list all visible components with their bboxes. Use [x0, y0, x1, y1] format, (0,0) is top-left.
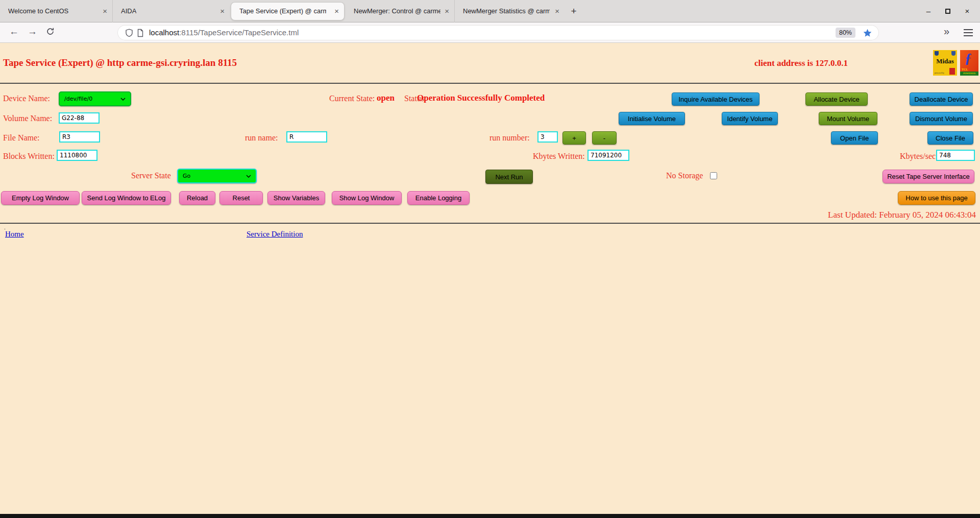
tcl-f-glyph: ƒ [965, 51, 972, 66]
home-link[interactable]: Home [5, 230, 24, 239]
tab-close-icon[interactable]: × [330, 7, 339, 15]
run-name-label: run name: [245, 133, 278, 143]
reload-button[interactable]: Reload [179, 191, 215, 205]
tab-close-icon[interactable]: × [99, 7, 107, 15]
initialise-volume-button[interactable]: Initialise Volume [619, 112, 685, 125]
tcl-powered-strip: POWERED [960, 72, 978, 76]
last-updated-text: Last Updated: February 05, 2024 06:43:04 [828, 210, 976, 220]
file-name-label: File Name: [3, 133, 40, 143]
allocate-device-button[interactable]: Allocate Device [805, 92, 868, 106]
top-divider [0, 83, 980, 84]
reset-button[interactable]: Reset [219, 191, 263, 205]
chevron-down-icon [120, 96, 126, 102]
page-title: Tape Service (Expert) @ http carme-gsi.c… [3, 57, 237, 68]
window-controls: – × [925, 7, 980, 15]
close-file-button[interactable]: Close File [927, 131, 973, 145]
server-state-value: Go [183, 173, 190, 179]
status-value: Operation Successfully Completed [417, 93, 545, 103]
show-log-window-button[interactable]: Show Log Window [332, 191, 402, 205]
chevron-down-icon [246, 173, 251, 179]
midas-powered-by: powered by [935, 72, 944, 74]
identify-volume-button[interactable]: Identify Volume [722, 112, 778, 125]
page-info-icon [137, 29, 144, 37]
volume-name-label: Volume Name: [3, 114, 52, 123]
volume-name-input[interactable] [59, 112, 100, 124]
shield-permissions-icon[interactable] [125, 29, 133, 37]
run-number-input[interactable] [537, 131, 558, 143]
current-state-label: Current State: [329, 94, 375, 103]
enable-logging-button[interactable]: Enable Logging [407, 191, 470, 205]
deallocate-device-button[interactable]: Deallocate Device [910, 92, 973, 106]
tcl-logo: ƒ TCL POWERED [960, 50, 978, 76]
midas-logo: Midas powered by [933, 50, 957, 76]
reset-tape-server-interface-button[interactable]: Reset Tape Server Interface [883, 170, 974, 183]
tab-title: NewMerger Statistics @ carm [463, 7, 550, 15]
device-name-label: Device Name: [3, 94, 50, 103]
show-variables-button[interactable]: Show Variables [267, 191, 325, 205]
tab-bar: Welcome to CentOS × AIDA × Tape Service … [0, 0, 980, 22]
kbytes-per-sec-label: Kbytes/sec: [900, 152, 938, 161]
new-tab-button[interactable]: + [565, 6, 583, 17]
forward-icon[interactable]: → [28, 26, 37, 37]
tab-title: NewMerger: Control @ carme [354, 7, 440, 15]
tab-aida[interactable]: AIDA × [112, 0, 230, 22]
tab-title: Tape Service (Expert) @ carm [239, 7, 326, 15]
url-text[interactable]: localhost:8115/TapeService/TapeService.t… [149, 28, 299, 37]
server-state-select[interactable]: Go [177, 169, 257, 183]
tab-close-icon[interactable]: × [216, 7, 225, 15]
minimize-button[interactable]: – [925, 7, 932, 15]
blocks-written-label: Blocks Written: [3, 152, 55, 161]
url-host: localhost [149, 28, 179, 37]
url-path: :8115/TapeService/TapeService.tml [179, 28, 299, 37]
blocks-written-input[interactable] [57, 150, 97, 161]
tape-service-page: Tape Service (Expert) @ http carme-gsi.c… [0, 43, 980, 514]
kbytes-per-sec-input[interactable] [936, 150, 975, 161]
midas-red-badge [949, 68, 955, 75]
bottom-divider [0, 223, 980, 224]
mount-volume-button[interactable]: Mount Volume [819, 112, 877, 125]
next-run-button[interactable]: Next Run [485, 170, 533, 184]
tab-title: AIDA [121, 7, 136, 15]
current-state-value: open [377, 93, 395, 103]
tab-newmerger-statistics[interactable]: NewMerger Statistics @ carm × [454, 0, 565, 22]
open-file-button[interactable]: Open File [831, 131, 878, 145]
midas-logo-text: Midas [934, 57, 956, 65]
send-log-window-to-elog-button[interactable]: Send Log Window to ELog [82, 191, 171, 205]
bottom-screen-edge [0, 514, 980, 518]
no-storage-checkbox[interactable] [710, 172, 717, 179]
tcl-logo-text: TCL [962, 68, 968, 71]
reload-icon[interactable] [46, 27, 55, 38]
back-icon[interactable]: ← [9, 26, 19, 37]
tab-newmerger-control[interactable]: NewMerger: Control @ carme × [346, 0, 454, 22]
tab-welcome-centos[interactable]: Welcome to CentOS × [0, 0, 112, 22]
how-to-use-this-page-button[interactable]: How to use this page [898, 191, 975, 205]
tab-title: Welcome to CentOS [8, 7, 68, 15]
tab-close-icon[interactable]: × [440, 7, 449, 15]
server-state-label: Server State [131, 171, 171, 180]
run-name-input[interactable] [286, 131, 327, 143]
no-storage-label: No Storage [666, 171, 703, 180]
empty-log-window-button[interactable]: Empty Log Window [1, 191, 80, 205]
navigation-toolbar: ← → localhost:8115/TapeService/TapeServi… [0, 22, 980, 43]
tab-close-icon[interactable]: × [551, 7, 559, 15]
inquire-available-devices-button[interactable]: Inquire Available Devices [672, 92, 760, 106]
file-name-input[interactable] [59, 131, 100, 143]
dismount-volume-button[interactable]: Dismount Volume [910, 112, 973, 125]
midas-shield-icon [935, 51, 939, 56]
kbytes-written-input[interactable] [587, 150, 629, 161]
tab-tape-service[interactable]: Tape Service (Expert) @ carm × [231, 2, 345, 20]
device-name-select[interactable]: /dev/file/0 [59, 91, 131, 106]
app-menu-icon[interactable] [964, 29, 973, 38]
close-button[interactable]: × [964, 7, 971, 15]
zoom-level-badge[interactable]: 80% [836, 28, 855, 38]
overflow-menu-icon[interactable]: » [944, 26, 949, 37]
device-name-value: /dev/file/0 [64, 96, 92, 102]
maximize-button[interactable] [945, 9, 950, 14]
url-bar[interactable]: localhost:8115/TapeService/TapeService.t… [117, 25, 879, 40]
bookmark-star-icon[interactable] [863, 29, 872, 37]
run-number-increment-button[interactable]: + [562, 131, 586, 145]
service-definition-link[interactable]: Service Definition [247, 230, 303, 239]
midas-shield-icon [951, 51, 955, 56]
kbytes-written-label: Kbytes Written: [533, 152, 585, 161]
run-number-decrement-button[interactable]: - [592, 131, 617, 145]
